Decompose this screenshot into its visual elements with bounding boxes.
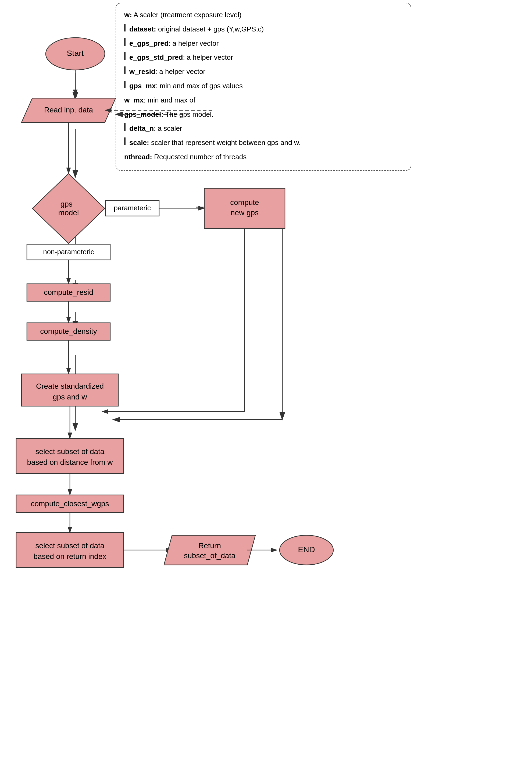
end-label: END: [298, 545, 315, 554]
gpsmodel-label-line2: model: [58, 208, 79, 217]
start-label: Start: [67, 49, 84, 58]
select-return-line1: select subset of data: [35, 542, 105, 550]
create-std-line1: Create standardized: [36, 382, 104, 390]
compute-density-label: compute_density: [40, 327, 97, 335]
diagram-container: w: A scaler (treatment exposure level) d…: [0, 0, 532, 772]
compute-resid-label: compute_resid: [44, 288, 93, 296]
compute-new-gps-line2: new gps: [231, 208, 259, 217]
compute-closest-label: compute_closest_wgps: [31, 500, 109, 508]
parameteric-label: parameteric: [114, 204, 151, 212]
select-dist-line2: based on distance from w: [27, 458, 113, 467]
svg-rect-38: [16, 533, 124, 568]
flowchart-svg: Start Read inp. data gps_ model paramete…: [0, 0, 532, 772]
select-return-line2: based on return index: [34, 552, 106, 561]
gpsmodel-label-line1: gps_: [60, 200, 77, 208]
svg-rect-34: [16, 439, 124, 474]
select-dist-line1: select subset of data: [35, 447, 105, 456]
create-std-line2: gps and w: [53, 393, 87, 401]
svg-marker-40: [164, 535, 255, 565]
compute-new-gps-line1: compute: [230, 198, 259, 206]
read-inp-label: Read inp. data: [44, 106, 93, 114]
return-subset-line1: Return: [198, 542, 221, 550]
non-parameteric-label: non-parameteric: [43, 248, 94, 256]
return-subset-line2: subset_of_data: [184, 552, 235, 560]
